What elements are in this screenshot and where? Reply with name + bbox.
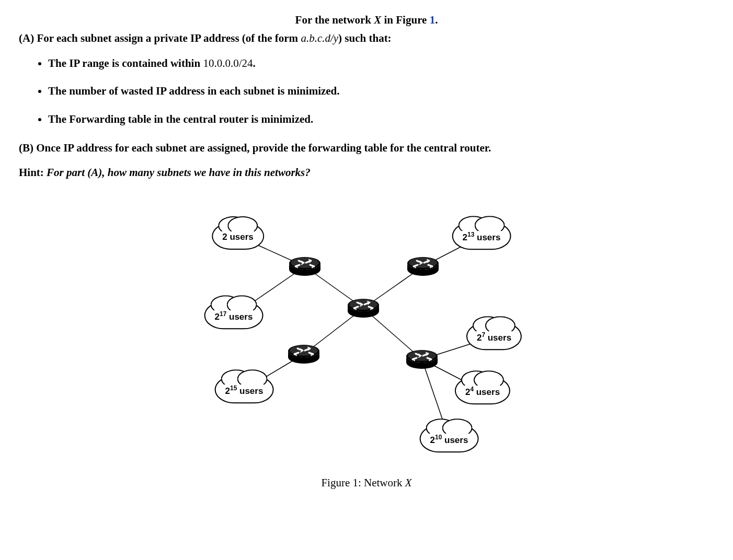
- bullet-3-pre: The Forwarding table in the central rout…: [48, 113, 313, 125]
- router-icon: [406, 256, 440, 277]
- user-cloud: 210 users: [420, 425, 479, 452]
- user-cloud: 27 users: [466, 322, 522, 350]
- figure-caption-pre: Figure 1: Network: [321, 476, 405, 489]
- bullet-1-code: 10.0.0.0/24: [203, 57, 253, 69]
- user-cloud: 213 users: [452, 222, 511, 250]
- bullet-2: The number of wasted IP address in each …: [48, 84, 714, 99]
- user-cloud: 215 users: [215, 376, 274, 403]
- title-text: For the network: [295, 14, 374, 26]
- router-icon: [405, 349, 439, 370]
- title-post: .: [435, 14, 438, 26]
- bullet-1-post: .: [253, 57, 255, 69]
- part-a-tail: ) such that:: [338, 32, 392, 44]
- user-cloud: 24 users: [455, 377, 510, 404]
- part-b-text: (B) Once IP address for each subnet are …: [19, 141, 714, 156]
- user-cloud: 2 users: [212, 223, 264, 250]
- part-a-text: (A) For each subnet assign a private IP …: [19, 32, 301, 44]
- router-icon: [287, 344, 320, 365]
- hint-text: For part (A), how many subnets we have i…: [44, 166, 311, 179]
- figure-ref-link[interactable]: 1: [430, 14, 436, 26]
- bullet-2-pre: The number of wasted IP address in each …: [48, 85, 340, 97]
- user-cloud: 217 users: [204, 301, 264, 329]
- router-icon: [347, 298, 380, 319]
- router-icon: [288, 256, 322, 277]
- network-diagram: 2 users213 users217 users27 users215 use…: [189, 205, 544, 471]
- bullet-3: The Forwarding table in the central rout…: [48, 112, 714, 127]
- hint-label: Hint:: [19, 166, 44, 179]
- bullet-1: The IP range is contained within 10.0.0.…: [48, 56, 714, 71]
- figure-caption-x: X: [405, 476, 412, 489]
- bullet-1-pre: The IP range is contained within: [48, 57, 203, 69]
- title-ref-pre: in Figure: [381, 14, 429, 26]
- bullet-list: The IP range is contained within 10.0.0.…: [48, 56, 714, 127]
- title-x: X: [374, 14, 381, 26]
- part-a-formula: a.b.c.d/y: [301, 32, 338, 44]
